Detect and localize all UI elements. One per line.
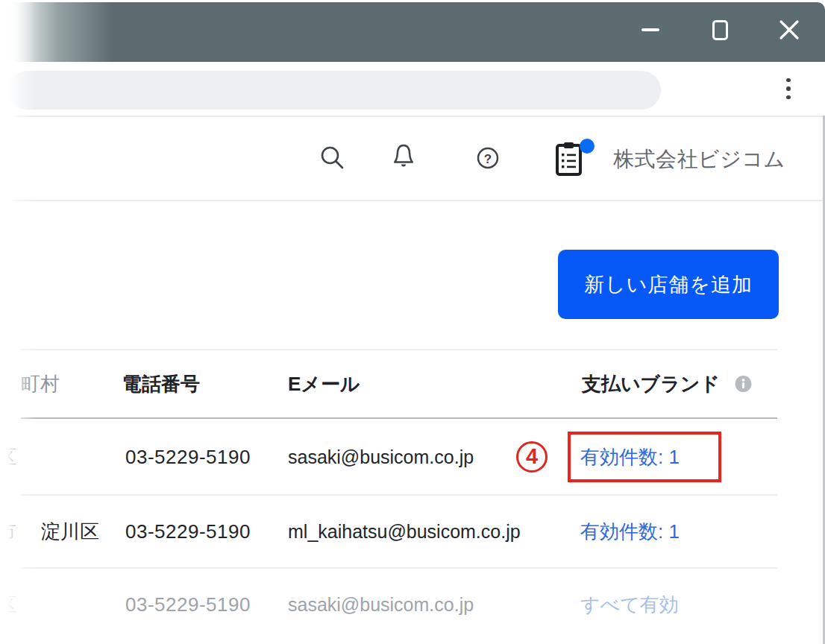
notifications-bell-icon[interactable]: [389, 142, 418, 173]
close-icon: [778, 19, 800, 41]
window-maximize-button[interactable]: [699, 11, 741, 48]
help-glyph: ?: [484, 152, 492, 166]
payment-status-link[interactable]: 有効件数: 1: [580, 519, 680, 545]
search-icon[interactable]: [319, 144, 347, 172]
window-titlebar: [0, 2, 825, 62]
window-close-button[interactable]: [768, 11, 810, 48]
cell-phone: 03-5229-5190: [125, 593, 251, 616]
cell-district: 淀川区: [41, 519, 99, 545]
address-bar[interactable]: [7, 71, 661, 110]
cell-email: ml_kaihatsu@busicom.co.jp: [288, 521, 521, 543]
cell-email: sasaki@busicom.co.jp: [288, 446, 474, 467]
window-minimize-button[interactable]: [630, 11, 671, 48]
help-icon[interactable]: ?: [474, 144, 502, 172]
stores-table: 町村 電話番号 Eメール 支払いブランド 区 03-5229-5190 sasa…: [21, 349, 777, 640]
minimize-icon: [642, 28, 659, 31]
table-row[interactable]: 区 03-5229-5190 sasaki@busicom.co.jp すべて有…: [21, 569, 777, 640]
cell-email: sasaki@busicom.co.jp: [288, 594, 474, 616]
cell-phone: 03-5229-5190: [125, 520, 251, 543]
payment-status-link[interactable]: すべて有効: [580, 592, 679, 618]
cell-district-edge: 区: [0, 443, 16, 470]
header-email: Eメール: [288, 371, 360, 397]
add-store-button[interactable]: 新しい店舗を追加: [558, 250, 779, 319]
notification-badge-dot: [580, 139, 595, 154]
header-payment-brand: 支払いブランド: [582, 371, 720, 397]
screenshot-root: ? 株式会社ビジコム 新しい店舗を追加 町村 電話番号 Eメール 支払いブランド: [0, 0, 825, 644]
payment-status-link[interactable]: 有効件数: 1: [580, 443, 680, 470]
table-row[interactable]: 区 03-5229-5190 sasaki@busicom.co.jp 4 有効…: [21, 419, 777, 496]
annotation-number: 4: [526, 444, 538, 469]
browser-menu-icon[interactable]: [779, 72, 798, 106]
cell-district-edge: 区: [0, 592, 16, 618]
header-phone: 電話番号: [122, 371, 200, 397]
annotation-circled-4: 4: [516, 441, 548, 473]
window-controls: [630, 11, 810, 48]
account-name[interactable]: 株式会社ビジコム: [613, 147, 785, 172]
cell-phone: 03-5229-5190: [125, 445, 251, 468]
header-district: 町村: [21, 371, 60, 397]
table-row[interactable]: 市 淀川区 03-5229-5190 ml_kaihatsu@busicom.c…: [21, 496, 777, 569]
app-header: ? 株式会社ビジコム: [0, 117, 825, 201]
info-icon[interactable]: [735, 376, 752, 393]
maximize-icon: [712, 20, 728, 40]
browser-chrome: [0, 62, 825, 117]
cell-district-edge: 市: [0, 519, 16, 545]
table-header-row: 町村 電話番号 Eメール 支払いブランド: [21, 349, 777, 419]
